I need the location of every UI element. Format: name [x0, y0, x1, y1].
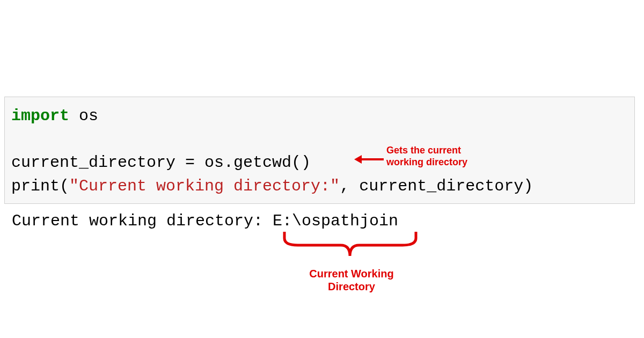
annotation-getcwd: Gets the current working directory [386, 145, 467, 168]
blank-line [11, 128, 628, 152]
code-line-1: import os [11, 105, 628, 128]
annotation-cwd-line2: Directory [287, 280, 416, 293]
annotation-cwd-line1: Current Working [287, 267, 416, 280]
code-line-2: current_directory = os.getcwd() [11, 151, 628, 175]
module-os: os [69, 107, 98, 125]
arrow-left-icon [354, 157, 384, 162]
print-args-close: , current_directory) [340, 177, 533, 195]
annotation-getcwd-line2: working directory [386, 157, 467, 168]
print-open: print( [11, 177, 69, 195]
curly-brace-icon [282, 232, 419, 261]
code-line-3: print("Current working directory:", curr… [11, 175, 628, 199]
assignment-getcwd: current_directory = os.getcwd() [11, 153, 311, 172]
annotation-cwd: Current Working Directory [287, 267, 416, 293]
string-literal: "Current working directory:" [69, 177, 340, 195]
keyword-import: import [11, 107, 69, 125]
code-block: import os current_directory = os.getcwd(… [4, 97, 635, 204]
annotation-getcwd-line1: Gets the current [386, 145, 467, 157]
output-line: Current working directory: E:\ospathjoin [12, 212, 398, 230]
arrow-shaft [360, 158, 384, 160]
arrow-head-icon [354, 155, 362, 164]
